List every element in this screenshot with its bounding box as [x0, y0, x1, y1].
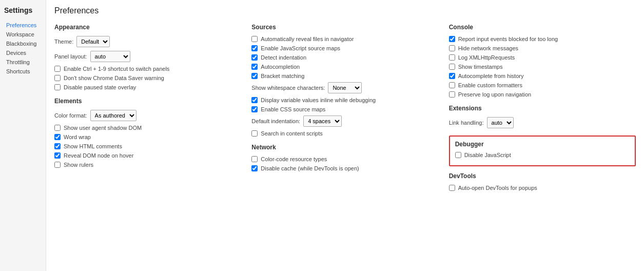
console-checkbox-1[interactable]	[449, 45, 455, 51]
sources-checkbox-0[interactable]	[251, 36, 258, 42]
console-option-label-5: Enable custom formatters	[458, 82, 522, 88]
elements-checkbox-2[interactable]	[54, 143, 61, 149]
appearance-option-label-1: Don't show Chrome Data Saver warning	[64, 75, 164, 81]
sources-inline-label-0: Display variable values inline while deb…	[261, 97, 376, 103]
console-checkbox-6[interactable]	[449, 91, 455, 98]
console-option-0: Report input events blocked for too long	[449, 36, 636, 42]
sources-inline-option-1: Enable CSS source maps	[251, 106, 438, 112]
debugger-option-0: Disable JavaScript	[455, 152, 630, 158]
devtools-option-0: Auto-open DevTools for popups	[449, 185, 636, 191]
console-checkbox-4[interactable]	[449, 73, 455, 79]
elements-checkbox-4[interactable]	[54, 162, 61, 168]
sources-bottom-label-0: Search in content scripts	[261, 130, 322, 137]
appearance-checkbox-1[interactable]	[54, 75, 61, 81]
panel-layout-select[interactable]: auto horizontal vertical	[90, 51, 130, 62]
elements-option-label-3: Reveal DOM node on hover	[64, 152, 133, 159]
elements-option-0: Show user agent shadow DOM	[54, 125, 241, 131]
sources-option-label-4: Bracket matching	[261, 73, 304, 79]
appearance-option-label-2: Disable paused state overlay	[64, 84, 136, 90]
sidebar-item-preferences[interactable]: Preferences	[4, 21, 42, 30]
appearance-checkbox-0[interactable]	[54, 66, 61, 72]
color-format-row: Color format: As authored HEX RGB HSL	[54, 110, 241, 121]
main-content: Preferences Appearance Theme: Default Da…	[46, 0, 644, 271]
sources-option-0: Automatically reveal files in navigator	[251, 36, 438, 42]
appearance-option-1: Don't show Chrome Data Saver warning	[54, 75, 241, 81]
theme-select[interactable]: Default Dark	[76, 36, 110, 47]
network-checkbox-1[interactable]	[251, 165, 258, 171]
sidebar-item-shortcuts[interactable]: Shortcuts	[4, 67, 42, 76]
console-option-label-2: Log XMLHttpRequests	[458, 54, 515, 61]
console-checkbox-3[interactable]	[449, 64, 455, 70]
sources-option-label-2: Detect indentation	[261, 54, 306, 61]
console-checkbox-2[interactable]	[449, 54, 455, 61]
network-option-0: Color-code resource types	[251, 156, 438, 162]
elements-option-label-1: Word wrap	[64, 134, 91, 140]
console-title: Console	[449, 24, 636, 31]
appearance-option-label-0: Enable Ctrl + 1-9 shortcut to switch pan…	[64, 66, 169, 72]
elements-option-2: Show HTML comments	[54, 143, 241, 149]
sources-option-1: Enable JavaScript source maps	[251, 45, 438, 51]
console-option-3: Show timestamps	[449, 64, 636, 70]
sidebar-item-workspace[interactable]: Workspace	[4, 30, 42, 39]
elements-option-1: Word wrap	[54, 134, 241, 140]
sources-option-2: Detect indentation	[251, 54, 438, 61]
column-right: Console Report input events blocked for …	[449, 24, 636, 198]
console-option-label-6: Preserve log upon navigation	[458, 91, 531, 98]
network-option-1: Disable cache (while DevTools is open)	[251, 165, 438, 171]
elements-checkbox-0[interactable]	[54, 125, 61, 131]
devtools-section: DevTools Auto-open DevTools for popups	[449, 172, 636, 191]
link-handling-select[interactable]: auto	[487, 117, 514, 128]
theme-row: Theme: Default Dark	[54, 36, 241, 47]
sidebar-item-blackboxing[interactable]: Blackboxing	[4, 39, 42, 48]
whitespace-select[interactable]: None All Trailing	[328, 82, 362, 93]
appearance-checkbox-2[interactable]	[54, 84, 61, 90]
theme-label: Theme:	[54, 38, 73, 45]
console-option-1: Hide network messages	[449, 45, 636, 51]
page-title: Preferences	[54, 6, 636, 15]
sources-section: Sources Automatically reveal files in na…	[251, 24, 438, 137]
console-option-label-0: Report input events blocked for too long	[458, 36, 558, 42]
network-checkbox-0[interactable]	[251, 156, 258, 162]
sidebar-item-devices[interactable]: Devices	[4, 48, 42, 57]
console-option-label-1: Hide network messages	[458, 45, 518, 51]
sidebar-item-throttling[interactable]: Throttling	[4, 57, 42, 67]
sources-bottom-checkbox-0[interactable]	[251, 130, 258, 137]
column-left: Appearance Theme: Default Dark Panel lay…	[54, 24, 251, 198]
sidebar: Settings Preferences Workspace Blackboxi…	[0, 0, 46, 271]
sources-inline-checkbox-1[interactable]	[251, 106, 258, 112]
color-format-label: Color format:	[54, 112, 87, 119]
sources-checkbox-4[interactable]	[251, 73, 258, 79]
elements-checkbox-1[interactable]	[54, 134, 61, 140]
whitespace-label: Show whitespace characters:	[251, 85, 325, 91]
debugger-checkbox-0[interactable]	[455, 152, 461, 158]
sources-title: Sources	[251, 24, 438, 31]
console-checkbox-0[interactable]	[449, 36, 455, 42]
sources-inline-checkbox-0[interactable]	[251, 97, 258, 103]
elements-checkbox-3[interactable]	[54, 152, 61, 159]
panel-layout-row: Panel layout: auto horizontal vertical	[54, 51, 241, 62]
debugger-title: Debugger	[455, 141, 630, 148]
devtools-checkbox-0[interactable]	[449, 185, 455, 191]
debugger-section: Debugger Disable JavaScript	[449, 136, 636, 166]
sources-inline-option-0: Display variable values inline while deb…	[251, 97, 438, 103]
appearance-title: Appearance	[54, 24, 241, 31]
indentation-select[interactable]: 4 spaces 2 spaces 8 spaces Tab	[303, 115, 342, 127]
console-section: Console Report input events blocked for …	[449, 24, 636, 98]
whitespace-row: Show whitespace characters: None All Tra…	[251, 82, 438, 93]
debugger-option-label-0: Disable JavaScript	[464, 152, 511, 158]
elements-option-3: Reveal DOM node on hover	[54, 152, 241, 159]
console-checkbox-5[interactable]	[449, 82, 455, 88]
network-title: Network	[251, 144, 438, 151]
link-handling-row: Link handling: auto	[449, 117, 636, 128]
sources-checkbox-3[interactable]	[251, 64, 258, 70]
sources-checkbox-1[interactable]	[251, 45, 258, 51]
extensions-title: Extensions	[449, 105, 636, 112]
sources-bottom-option-0: Search in content scripts	[251, 130, 438, 137]
indentation-label: Default indentation:	[251, 118, 300, 124]
color-format-select[interactable]: As authored HEX RGB HSL	[90, 110, 136, 121]
network-option-label-1: Disable cache (while DevTools is open)	[261, 165, 359, 171]
sidebar-title: Settings	[4, 6, 42, 14]
sources-option-label-3: Autocompletion	[261, 64, 300, 70]
elements-option-label-4: Show rulers	[64, 162, 93, 168]
sources-checkbox-2[interactable]	[251, 54, 258, 61]
